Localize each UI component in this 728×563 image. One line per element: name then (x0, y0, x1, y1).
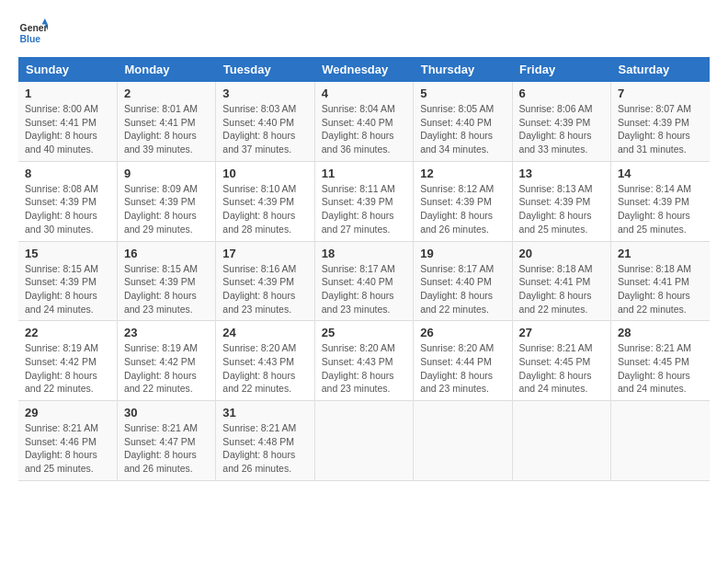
calendar-week-row: 1Sunrise: 8:00 AMSunset: 4:41 PMDaylight… (18, 82, 710, 161)
calendar-cell: 4Sunrise: 8:04 AMSunset: 4:40 PMDaylight… (314, 82, 413, 161)
weekday-header: Wednesday (314, 57, 413, 82)
calendar-table: SundayMondayTuesdayWednesdayThursdayFrid… (18, 57, 710, 481)
day-info: Sunrise: 8:17 AMSunset: 4:40 PMDaylight:… (420, 262, 505, 316)
day-number: 5 (420, 86, 505, 100)
calendar-cell (512, 401, 610, 481)
day-number: 24 (222, 326, 307, 339)
calendar-cell: 3Sunrise: 8:03 AMSunset: 4:40 PMDaylight… (216, 82, 314, 161)
calendar-week-row: 15Sunrise: 8:15 AMSunset: 4:39 PMDayligh… (18, 241, 710, 321)
calendar-cell: 10Sunrise: 8:10 AMSunset: 4:39 PMDayligh… (216, 161, 314, 241)
day-number: 28 (618, 326, 703, 339)
svg-text:Blue: Blue (20, 34, 41, 44)
day-info: Sunrise: 8:11 AMSunset: 4:39 PMDaylight:… (322, 182, 406, 236)
calendar-cell: 12Sunrise: 8:12 AMSunset: 4:39 PMDayligh… (414, 161, 512, 241)
day-info: Sunrise: 8:10 AMSunset: 4:39 PMDaylight:… (222, 182, 307, 236)
weekday-header: Sunday (18, 57, 117, 82)
calendar-cell: 27Sunrise: 8:21 AMSunset: 4:45 PMDayligh… (512, 321, 610, 401)
day-info: Sunrise: 8:09 AMSunset: 4:39 PMDaylight:… (124, 182, 209, 236)
day-number: 6 (519, 86, 604, 100)
weekday-header: Tuesday (216, 57, 314, 82)
day-number: 21 (618, 247, 703, 260)
day-number: 15 (25, 247, 110, 260)
day-number: 17 (222, 247, 307, 260)
day-number: 9 (124, 167, 209, 180)
day-info: Sunrise: 8:04 AMSunset: 4:40 PMDaylight:… (322, 102, 406, 156)
day-number: 23 (124, 326, 209, 339)
day-number: 31 (222, 406, 307, 419)
day-number: 8 (25, 167, 110, 180)
day-number: 3 (222, 86, 307, 100)
weekday-header: Saturday (611, 57, 710, 82)
weekday-header: Friday (512, 57, 610, 82)
day-number: 11 (322, 167, 406, 180)
logo: General Blue (18, 18, 48, 48)
day-info: Sunrise: 8:16 AMSunset: 4:39 PMDaylight:… (222, 262, 307, 316)
day-number: 26 (420, 326, 505, 339)
calendar-cell (414, 401, 512, 481)
calendar-cell: 7Sunrise: 8:07 AMSunset: 4:39 PMDaylight… (611, 82, 710, 161)
day-number: 16 (124, 247, 209, 260)
calendar-cell: 13Sunrise: 8:13 AMSunset: 4:39 PMDayligh… (512, 161, 610, 241)
calendar-week-row: 29Sunrise: 8:21 AMSunset: 4:46 PMDayligh… (18, 401, 710, 481)
calendar-cell: 5Sunrise: 8:05 AMSunset: 4:40 PMDaylight… (414, 82, 512, 161)
day-info: Sunrise: 8:15 AMSunset: 4:39 PMDaylight:… (25, 262, 110, 316)
day-info: Sunrise: 8:21 AMSunset: 4:48 PMDaylight:… (222, 421, 307, 476)
calendar-cell: 8Sunrise: 8:08 AMSunset: 4:39 PMDaylight… (18, 161, 117, 241)
day-number: 22 (25, 326, 110, 339)
calendar-cell: 16Sunrise: 8:15 AMSunset: 4:39 PMDayligh… (117, 241, 215, 321)
day-info: Sunrise: 8:21 AMSunset: 4:46 PMDaylight:… (25, 421, 110, 476)
day-number: 19 (420, 247, 505, 260)
calendar-cell: 20Sunrise: 8:18 AMSunset: 4:41 PMDayligh… (512, 241, 610, 321)
day-number: 30 (124, 406, 209, 419)
day-info: Sunrise: 8:21 AMSunset: 4:45 PMDaylight:… (519, 341, 604, 396)
calendar-cell: 19Sunrise: 8:17 AMSunset: 4:40 PMDayligh… (414, 241, 512, 321)
day-info: Sunrise: 8:07 AMSunset: 4:39 PMDaylight:… (618, 102, 703, 156)
day-info: Sunrise: 8:19 AMSunset: 4:42 PMDaylight:… (124, 341, 209, 396)
calendar-cell: 9Sunrise: 8:09 AMSunset: 4:39 PMDaylight… (117, 161, 215, 241)
day-number: 25 (322, 326, 406, 339)
calendar-cell: 29Sunrise: 8:21 AMSunset: 4:46 PMDayligh… (18, 401, 117, 481)
day-info: Sunrise: 8:19 AMSunset: 4:42 PMDaylight:… (25, 341, 110, 396)
day-info: Sunrise: 8:06 AMSunset: 4:39 PMDaylight:… (519, 102, 604, 156)
weekday-header: Thursday (414, 57, 512, 82)
calendar-cell: 24Sunrise: 8:20 AMSunset: 4:43 PMDayligh… (216, 321, 314, 401)
day-number: 13 (519, 167, 604, 180)
day-info: Sunrise: 8:21 AMSunset: 4:45 PMDaylight:… (618, 341, 703, 396)
day-info: Sunrise: 8:15 AMSunset: 4:39 PMDaylight:… (124, 262, 209, 316)
day-info: Sunrise: 8:20 AMSunset: 4:43 PMDaylight:… (222, 341, 307, 396)
day-number: 1 (25, 86, 110, 100)
calendar-cell: 11Sunrise: 8:11 AMSunset: 4:39 PMDayligh… (314, 161, 413, 241)
day-info: Sunrise: 8:18 AMSunset: 4:41 PMDaylight:… (618, 262, 703, 316)
calendar-cell: 14Sunrise: 8:14 AMSunset: 4:39 PMDayligh… (611, 161, 710, 241)
calendar-cell: 26Sunrise: 8:20 AMSunset: 4:44 PMDayligh… (414, 321, 512, 401)
day-info: Sunrise: 8:17 AMSunset: 4:40 PMDaylight:… (322, 262, 406, 316)
day-number: 10 (222, 167, 307, 180)
day-info: Sunrise: 8:13 AMSunset: 4:39 PMDaylight:… (519, 182, 604, 236)
day-number: 20 (519, 247, 604, 260)
calendar-cell: 1Sunrise: 8:00 AMSunset: 4:41 PMDaylight… (18, 82, 117, 161)
calendar-cell (611, 401, 710, 481)
day-number: 27 (519, 326, 604, 339)
day-info: Sunrise: 8:05 AMSunset: 4:40 PMDaylight:… (420, 102, 505, 156)
calendar-cell: 31Sunrise: 8:21 AMSunset: 4:48 PMDayligh… (216, 401, 314, 481)
calendar-week-row: 8Sunrise: 8:08 AMSunset: 4:39 PMDaylight… (18, 161, 710, 241)
logo-icon: General Blue (18, 18, 48, 48)
day-info: Sunrise: 8:21 AMSunset: 4:47 PMDaylight:… (124, 421, 209, 476)
day-info: Sunrise: 8:20 AMSunset: 4:43 PMDaylight:… (322, 341, 406, 396)
calendar-cell: 28Sunrise: 8:21 AMSunset: 4:45 PMDayligh… (611, 321, 710, 401)
day-info: Sunrise: 8:03 AMSunset: 4:40 PMDaylight:… (222, 102, 307, 156)
day-info: Sunrise: 8:14 AMSunset: 4:39 PMDaylight:… (618, 182, 703, 236)
calendar-cell: 23Sunrise: 8:19 AMSunset: 4:42 PMDayligh… (117, 321, 215, 401)
weekday-header: Monday (117, 57, 215, 82)
day-number: 4 (322, 86, 406, 100)
calendar-cell: 15Sunrise: 8:15 AMSunset: 4:39 PMDayligh… (18, 241, 117, 321)
day-number: 18 (322, 247, 406, 260)
day-number: 7 (618, 86, 703, 100)
page-header: General Blue (18, 18, 710, 48)
day-number: 14 (618, 167, 703, 180)
day-number: 29 (25, 406, 110, 419)
calendar-week-row: 22Sunrise: 8:19 AMSunset: 4:42 PMDayligh… (18, 321, 710, 401)
day-number: 2 (124, 86, 209, 100)
calendar-cell: 17Sunrise: 8:16 AMSunset: 4:39 PMDayligh… (216, 241, 314, 321)
svg-text:General: General (20, 23, 48, 33)
